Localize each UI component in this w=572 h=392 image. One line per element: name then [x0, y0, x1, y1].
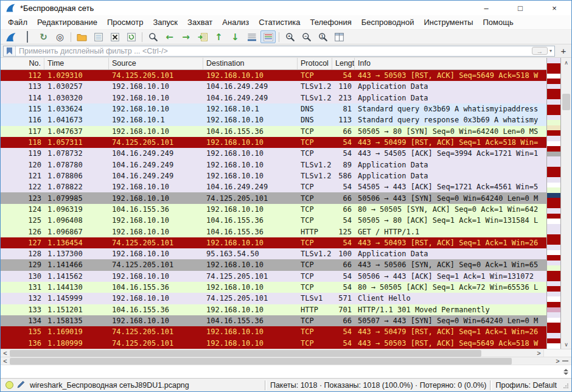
- start-capture-button[interactable]: [3, 30, 18, 43]
- intelligent-scrollbar-minimap[interactable]: [546, 58, 561, 349]
- vertical-scrollbar-thumb[interactable]: [562, 94, 570, 110]
- pane-hscrollbar[interactable]: < >: [1, 357, 562, 365]
- menu-item-file[interactable]: Файл: [3, 15, 32, 29]
- reload-file-button[interactable]: [124, 30, 139, 43]
- scroll-right-icon[interactable]: >: [553, 357, 562, 365]
- restart-capture-button[interactable]: ↻: [36, 30, 51, 43]
- auto-scroll-button[interactable]: [244, 30, 259, 43]
- cell-no: 124: [1, 205, 44, 214]
- menu-item-telephony[interactable]: Телефония: [305, 15, 356, 29]
- go-to-packet-button[interactable]: [195, 30, 210, 43]
- column-header-len[interactable]: Length: [332, 58, 355, 69]
- menu-item-go[interactable]: Запуск: [148, 15, 183, 29]
- menu-item-tools[interactable]: Инструменты: [419, 15, 478, 29]
- scroll-right-icon[interactable]: >: [534, 349, 543, 357]
- cell-dst: 192.168.10.10: [203, 138, 298, 147]
- close-button[interactable]: ×: [537, 1, 571, 15]
- packet-row-122[interactable]: 1221.078822192.168.10.10104.16.249.249TC…: [1, 181, 546, 192]
- menu-item-view[interactable]: Просмотр: [102, 15, 148, 29]
- cell-proto: HTTP: [298, 228, 332, 236]
- go-forward-button[interactable]: →: [178, 30, 194, 43]
- filter-bookmark-button[interactable]: [4, 46, 16, 56]
- packet-row-130[interactable]: 1301.141562192.168.10.1074.125.205.101TC…: [1, 271, 546, 282]
- packet-list-hscrollbar[interactable]: < >: [1, 349, 543, 357]
- filter-dropdown-caret-icon[interactable]: ▾: [549, 48, 552, 54]
- packet-row-115[interactable]: 1151.033624192.168.10.10192.168.10.1DNS8…: [1, 103, 546, 114]
- packet-row-136[interactable]: 1361.18099974.125.205.101192.168.10.10TC…: [1, 338, 546, 349]
- minimap-stripe: [547, 219, 560, 224]
- packet-row-120[interactable]: 1201.078780104.16.249.249192.168.10.10TL…: [1, 159, 546, 170]
- stop-capture-icon: [27, 32, 28, 43]
- packet-row-116[interactable]: 1161.041673192.168.10.1192.168.10.10DNS1…: [1, 114, 546, 125]
- zoom-out-button[interactable]: −: [299, 30, 314, 43]
- apply-filter-button[interactable]: →: [532, 47, 548, 55]
- menu-item-edit[interactable]: Редактирование: [32, 15, 102, 29]
- cell-info: Application Data: [355, 82, 546, 91]
- zoom-in-button[interactable]: +: [282, 30, 298, 43]
- hscrollbar-thumb[interactable]: [10, 350, 481, 357]
- scroll-down-icon[interactable]: ∨: [561, 340, 571, 349]
- column-header-no[interactable]: No.: [1, 58, 44, 69]
- menu-item-analyze[interactable]: Анализ: [217, 15, 254, 29]
- packet-row-114[interactable]: 1141.030320192.168.10.10104.16.249.249TL…: [1, 93, 546, 103]
- save-file-button[interactable]: [91, 30, 106, 43]
- hscrollbar-thumb[interactable]: [10, 358, 512, 365]
- column-header-dst[interactable]: Destination: [203, 58, 298, 69]
- go-last-button[interactable]: ↓: [228, 30, 243, 43]
- vertical-scrollbar[interactable]: ∧ ∨: [561, 58, 571, 349]
- packet-row-126[interactable]: 1261.096867192.168.10.10104.16.155.36HTT…: [1, 226, 546, 237]
- menu-item-help[interactable]: Помощь: [478, 15, 518, 29]
- packet-row-119[interactable]: 1191.078732104.16.249.249192.168.10.10TC…: [1, 148, 546, 159]
- colorize-button[interactable]: [260, 30, 276, 43]
- menu-item-statistics[interactable]: Статистика: [254, 15, 305, 29]
- add-filter-button[interactable]: +: [558, 46, 569, 57]
- packet-row-112[interactable]: 1121.02931074.125.205.101192.168.10.10TC…: [1, 70, 546, 81]
- zoom-original-button[interactable]: 1: [315, 30, 330, 43]
- column-header-time[interactable]: Time: [44, 58, 109, 69]
- column-header-info[interactable]: Info: [355, 58, 546, 69]
- expert-info-icon[interactable]: [5, 381, 13, 389]
- cell-info: 54505 → 443 [ACK] Seq=1721 Ack=4561 Win=…: [355, 183, 546, 191]
- open-file-button[interactable]: [74, 30, 89, 43]
- go-first-button[interactable]: ↑: [211, 30, 226, 43]
- minimize-button[interactable]: –: [469, 1, 503, 15]
- column-header-proto[interactable]: Protocol: [298, 58, 332, 69]
- cell-src: 192.168.10.10: [109, 294, 203, 303]
- maximize-button[interactable]: □: [503, 1, 537, 15]
- splitter-handle[interactable]: [562, 360, 568, 362]
- menu-item-capture[interactable]: Захват: [183, 15, 217, 29]
- pane-spin-control[interactable]: [563, 369, 568, 375]
- close-file-button[interactable]: [107, 30, 122, 43]
- packet-row-134[interactable]: 1341.158135192.168.10.10104.16.155.36TCP…: [1, 315, 546, 326]
- packet-row-133[interactable]: 1331.151201104.16.155.36192.168.10.10HTT…: [1, 304, 546, 315]
- column-header-src[interactable]: Source: [109, 58, 203, 69]
- packet-row-129[interactable]: 1291.14146674.125.205.101192.168.10.10TC…: [1, 259, 546, 270]
- packet-row-117[interactable]: 1171.047637192.168.10.10104.16.155.36TCP…: [1, 126, 546, 137]
- packet-row-123[interactable]: 1231.079985192.168.10.1074.125.205.101TC…: [1, 192, 546, 203]
- packet-row-121[interactable]: 1211.078806104.16.249.249192.168.10.10TL…: [1, 170, 546, 181]
- stop-capture-button[interactable]: [19, 30, 35, 43]
- find-packet-button[interactable]: [145, 30, 161, 43]
- resize-columns-button[interactable]: [332, 30, 347, 43]
- scroll-left-icon[interactable]: <: [1, 349, 10, 357]
- cell-dst: 104.16.249.249: [203, 94, 298, 102]
- scroll-up-icon[interactable]: ∧: [561, 58, 571, 67]
- cell-src: 192.168.10.10: [109, 94, 203, 102]
- go-back-button[interactable]: ←: [162, 30, 177, 43]
- profile-label[interactable]: Профиль: Default: [495, 381, 557, 390]
- scroll-left-icon[interactable]: <: [1, 357, 10, 365]
- packet-row-127[interactable]: 1271.13645474.125.205.101192.168.10.10TC…: [1, 237, 546, 248]
- capture-comment-icon[interactable]: [17, 380, 25, 390]
- menu-item-wireless[interactable]: Беспроводной: [357, 15, 419, 29]
- packet-row-128[interactable]: 1281.137300192.168.10.1095.163.54.50TLSv…: [1, 248, 546, 259]
- display-filter-input[interactable]: [16, 47, 532, 55]
- packet-row-118[interactable]: 1181.05731174.125.205.101192.168.10.10TC…: [1, 137, 546, 148]
- packet-row-113[interactable]: 1131.030257192.168.10.10104.16.249.249TL…: [1, 81, 546, 92]
- capture-options-button[interactable]: ◎: [52, 30, 68, 43]
- resize-grip[interactable]: [562, 382, 569, 389]
- packet-row-124[interactable]: 1241.096319104.16.155.36192.168.10.10TCP…: [1, 204, 546, 215]
- packet-row-135[interactable]: 1351.16901974.125.205.101192.168.10.10TC…: [1, 326, 546, 337]
- packet-row-131[interactable]: 1311.144130104.16.155.36192.168.10.10TCP…: [1, 282, 546, 293]
- packet-row-132[interactable]: 1321.145999192.168.10.1074.125.205.101TL…: [1, 293, 546, 304]
- packet-row-125[interactable]: 1251.096408192.168.10.10104.16.155.36TCP…: [1, 215, 546, 226]
